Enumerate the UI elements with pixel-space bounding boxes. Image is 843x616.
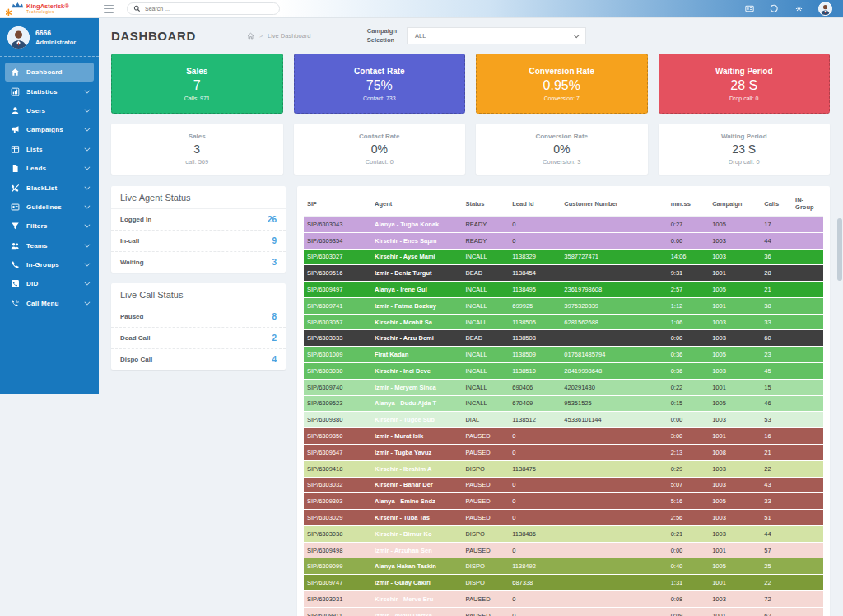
cell-agent: Izmir - Gulay Cakirl [371,575,462,591]
sidebar-item-label: DID [26,280,38,287]
agent-link[interactable]: Alanya - Dudu Ajda T [375,399,436,407]
search-input[interactable] [145,6,273,12]
status-value[interactable]: 4 [272,355,277,364]
breadcrumb-current[interactable]: Live Dashboard [268,32,311,40]
sidebar-item-leads[interactable]: Leads [5,159,94,178]
agent-link[interactable]: Alanya - Irene Gul [375,286,427,293]
status-value[interactable]: 8 [272,312,277,321]
sidebar-item-label: In-Groups [26,261,59,268]
agent-link[interactable]: Izmir - Fatma Bozkuy [375,302,436,310]
cell-customer-number: 28419998648 [561,363,667,380]
summary-cards-row: Sales 3 call: 569 Contact Rate 0% Contac… [111,124,830,175]
cell-mmss: 5:07 [668,477,709,493]
sidebar-item-lists[interactable]: Lists [5,140,94,159]
cell-sip: SIP/6309099 [304,558,371,575]
app-logo[interactable]: KingAsterisk® Technologies [0,2,97,16]
stat-card-value: 75% [295,78,465,93]
settings-icon[interactable] [794,3,804,14]
agent-link[interactable]: Kirsehir - Mcahit Sa [375,319,432,326]
status-value[interactable]: 26 [268,215,277,224]
agent-link[interactable]: Kirsehir - Tuba Tas [375,514,430,521]
history-icon[interactable] [769,3,780,14]
cell-agent: Izmir - Murat Isik [371,428,462,445]
agent-link[interactable]: Kirsehir - Ayse Mami [375,253,435,260]
agent-link[interactable]: Alanya - Emine Sndz [375,497,435,505]
agent-link[interactable]: Kirsehir - Merve Eru [375,595,433,603]
user-avatar[interactable] [818,2,832,16]
chevron-down-icon [84,145,90,151]
sidebar-item-blacklist[interactable]: BlackList [5,178,94,197]
table-row: SIP/6309911 Izmir - Aygul Dartka PAUSED … [304,607,823,616]
sidebar-item-campaigns[interactable]: Campaigns [5,120,94,139]
status-value[interactable]: 3 [272,258,277,267]
cell-calls: 22 [761,575,792,591]
agent-link[interactable]: Kirsehir - Inci Deve [375,367,431,375]
cell-sip: SIP/6301009 [304,347,371,363]
cell-in-group [792,575,823,591]
agent-link[interactable]: Kirsehir - Tugce Sub [375,416,435,423]
agent-link[interactable]: Kirsehir - Arzu Demi [375,334,434,342]
cell-calls: 33 [761,493,792,510]
cell-customer-number [561,428,667,445]
cell-calls: 17 [761,217,792,233]
avatar[interactable] [7,26,30,49]
agent-link[interactable]: Alanya - Tugba Konak [375,221,439,228]
cell-campaign: 1005 [709,347,761,363]
agent-link[interactable]: Firat Kadan [375,351,408,358]
status-value[interactable]: 2 [272,334,277,343]
agent-link[interactable]: Izmir - Deniz Turgut [375,269,431,277]
summary-card-value: 0% [476,142,648,156]
cell-agent: Izmir - Aygul Dartka [371,607,462,616]
sidebar-item-call-menu[interactable]: Call Menu [5,294,94,313]
agent-link[interactable]: Kirsehir - Enes Sapm [375,237,436,245]
agent-link[interactable]: Izmir - Murat Isik [375,432,423,440]
cell-customer-number [561,444,667,460]
sidebar-item-label: BlackList [26,184,57,192]
agent-link[interactable]: Izmir - Tugba Yavuz [375,449,431,456]
sidebar-item-dashboard[interactable]: Dashboard [5,63,94,82]
cell-lead-id: 1138510 [509,363,561,380]
table-row: SIP/6309418 Kirsehir - Ibrahim A DISPO 1… [304,460,823,477]
sidebar-item-teams[interactable]: Teams [5,236,94,255]
chevron-down-icon [84,241,90,247]
table-row: SIP/6309850 Izmir - Murat Isik PAUSED 0 … [304,428,823,445]
sidebar-item-did[interactable]: DID [5,274,94,293]
agent-link[interactable]: Izmir - Arzuhan Sen [375,547,432,554]
sidebar-item-filters[interactable]: Filters [5,217,94,236]
table-row: SIP/6303027 Kirsehir - Ayse Mami INCALL … [304,249,823,265]
status-value[interactable]: 9 [272,236,277,245]
cell-agent: Alanya-Hakan Taskin [371,558,462,575]
cell-campaign: 1005 [709,217,761,233]
sidebar-item-guidelines[interactable]: Guidelines [5,198,94,217]
sidebar-item-users[interactable]: Users [5,101,94,120]
summary-card-title: Contact Rate [294,133,466,140]
status-label: Logged In [120,216,151,223]
search-icon [133,5,141,12]
cell-agent: Izmir - Meryem Sinca [371,379,462,395]
agent-link[interactable]: Kirsehir - Birnur Ko [375,530,432,538]
table-row: SIP/6309647 Izmir - Tugba Yavuz PAUSED 0… [304,444,823,460]
agent-link[interactable]: Izmir - Gulay Cakirl [375,579,431,586]
cell-calls: 51 [761,510,792,526]
agent-link[interactable]: Izmir - Aygul Dartka [375,612,432,616]
cell-in-group [792,363,823,380]
agent-link[interactable]: Alanya-Hakan Taskin [375,562,436,570]
stat-card-sales: Sales 7 Calls: 971 [111,54,283,114]
sidebar-item-in-groups[interactable]: In-Groups [5,255,94,274]
sidebar-item-label: Call Menu [26,300,59,307]
agent-link[interactable]: Kirsehir - Ibrahim A [375,465,431,473]
cell-mmss: 2:13 [668,444,709,460]
cell-customer-number: 3587727471 [561,249,667,265]
agent-link[interactable]: Kirsehir - Bahar Der [375,481,433,488]
hamburger-icon[interactable] [104,5,114,13]
agent-link[interactable]: Izmir - Meryem Sinca [375,384,436,391]
sidebar: 6666 Administrator Dashboard Statistics … [0,18,99,394]
home-icon[interactable] [247,32,254,40]
campaign-select[interactable]: ALL [407,27,586,44]
vertical-scrollbar[interactable] [837,218,842,281]
summary-card-conversion-rate: Conversion Rate 0% Conversion: 3 [476,124,648,175]
sidebar-item-statistics[interactable]: Statistics [5,82,94,100]
sidebar-item-label: Filters [26,222,47,230]
stat-card-subtitle: Drop call: 0 [659,96,830,101]
contacts-icon[interactable] [744,3,755,14]
